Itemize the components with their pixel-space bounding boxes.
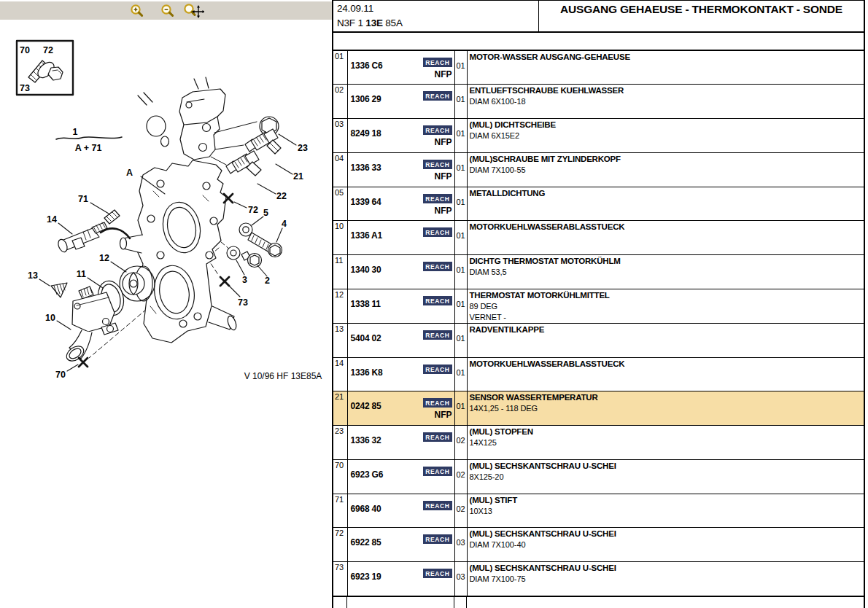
reach-badge[interactable]: REACH (423, 160, 452, 169)
part-row-02[interactable]: 021306 29REACH01ENTLUEFTSCHRAUBE KUEHLWA… (333, 85, 864, 119)
row-qty: 01 (454, 187, 467, 221)
row-ref: 72 (333, 528, 347, 562)
part-row-10[interactable]: 101336 A1REACH01MOTORKUEHLWASSERABLASSTU… (333, 221, 864, 255)
part-number: 5404 02 (351, 333, 381, 343)
row-part-cell: 1306 29REACH (347, 85, 454, 119)
row-qty: 01 (454, 152, 467, 187)
part-row-14[interactable]: 141336 K8REACH01MOTORKUEHLWASSERABLASSTU… (333, 357, 864, 391)
header-date: 24.09.11 (337, 1, 538, 16)
reach-badge[interactable]: REACH (423, 330, 452, 340)
row-ref: 73 (333, 562, 347, 596)
zoom-pan-icon[interactable] (182, 2, 204, 19)
part-row-04[interactable]: 041336 33REACHNFP01(MUL)SCHRAUBE MIT ZYL… (333, 152, 864, 187)
description-detail: DIAM 7X100-55 (470, 165, 864, 176)
callout-10: 10 (45, 313, 55, 323)
row-description: MOTOR-WASSER AUSGANG-GEHAEUSE (467, 50, 864, 85)
callout-13: 13 (28, 270, 38, 281)
callout-22: 22 (276, 191, 287, 201)
reach-badge[interactable]: REACH (423, 194, 452, 203)
header-code: N3F 1 13E 85A (337, 16, 538, 31)
description-title: (MUL) SECHSKANTSCHRAU U-SCHEI (470, 529, 864, 539)
row-description: RADVENTILKAPPE (467, 323, 864, 357)
reach-badge[interactable]: REACH (423, 365, 452, 374)
row-part-cell: 1336 33REACHNFP (347, 152, 454, 187)
reach-badge[interactable]: REACH (423, 432, 452, 442)
part-row-01[interactable]: 011336 C6REACHNFP01MOTOR-WASSER AUSGANG-… (333, 50, 864, 85)
reach-badge[interactable]: REACH (423, 534, 452, 544)
part-number: 1336 K8 (351, 367, 383, 378)
description-detail: 89 DEG (470, 301, 864, 312)
description-detail: VERNET - (470, 312, 864, 323)
row-qty: 02 (454, 494, 467, 528)
reach-badge[interactable]: REACH (423, 125, 452, 135)
part-number: 6968 40 (351, 504, 381, 514)
row-description: (MUL) DICHTSCHEIBEDIAM 6X15E2 (467, 119, 864, 153)
parts-table-body: 011336 C6REACHNFP01MOTOR-WASSER AUSGANG-… (333, 50, 864, 596)
reach-badge[interactable]: REACH (423, 296, 452, 305)
row-ref: 02 (333, 85, 347, 119)
reach-badge[interactable]: REACH (423, 262, 452, 271)
part-row-70[interactable]: 706923 G6REACH02(MUL) SECHSKANTSCHRAU U-… (333, 459, 864, 494)
reach-badge[interactable]: REACH (423, 91, 452, 101)
reach-badge[interactable]: REACH (423, 467, 452, 476)
row-description: SENSOR WASSERTEMPERATUR14X1,25 - 118 DEG (467, 391, 864, 426)
part-number: 0242 85 (351, 401, 381, 411)
part-row-73[interactable]: 736923 19REACH03(MUL) SECHSKANTSCHRAU U-… (333, 562, 864, 596)
part-row-21[interactable]: 210242 85REACHNFP01SENSOR WASSERTEMPERAT… (333, 391, 864, 426)
row-qty: 02 (454, 426, 467, 460)
part-number: 6923 G6 (351, 469, 384, 480)
row-ref: 23 (333, 426, 347, 460)
row-description: THERMOSTAT MOTORKÜHLMITTEL89 DEGVERNET - (467, 289, 864, 323)
part-row-71[interactable]: 716968 40REACH02(MUL) STIFT10X13 (333, 494, 864, 528)
part-row-13[interactable]: 135404 02REACH01RADVENTILKAPPE (333, 323, 864, 357)
description-detail: DIAM 6X15E2 (470, 130, 864, 141)
row-qty: 01 (454, 323, 467, 357)
row-part-cell: 1336 K8REACH (347, 357, 454, 391)
row-part-cell: 8249 18REACHNFP (347, 119, 454, 153)
row-part-cell: 5404 02REACH (347, 323, 454, 357)
row-qty: 01 (454, 289, 467, 323)
part-row-23[interactable]: 231336 32REACH02(MUL) STOPFEN14X125 (333, 426, 864, 460)
description-detail: DIAM 7X100-75 (470, 574, 864, 585)
row-ref: 71 (333, 494, 347, 528)
part-row-11[interactable]: 111340 30REACH01DICHTG THERMOSTAT MOTORK… (333, 255, 864, 289)
row-qty: 01 (454, 50, 467, 85)
description-detail: 14X125 (470, 437, 864, 448)
callout-12: 12 (99, 253, 109, 263)
part-row-05[interactable]: 051339 64REACHNFP01METALLDICHTUNG (333, 187, 864, 221)
reach-badge[interactable]: REACH (423, 58, 452, 67)
zoom-in-icon[interactable] (128, 2, 147, 19)
row-description: DICHTG THERMOSTAT MOTORKÜHLMDIAM 53,5 (467, 255, 864, 289)
description-title: (MUL) STOPFEN (470, 426, 864, 437)
row-ref: 70 (333, 459, 347, 494)
part-number: 1340 30 (351, 265, 381, 275)
callout-4: 4 (282, 219, 287, 229)
part-row-12[interactable]: 121338 11REACH01THERMOSTAT MOTORKÜHLMITT… (333, 289, 864, 323)
part-row-72[interactable]: 726922 85REACH03(MUL) SECHSKANTSCHRAU U-… (333, 528, 864, 562)
callout-71: 71 (78, 194, 88, 204)
part-number: 6922 85 (351, 537, 381, 547)
row-qty: 03 (454, 528, 467, 562)
callout-11: 11 (77, 269, 86, 279)
row-description: MOTORKUEHLWASSERABLASSTUECK (467, 221, 864, 255)
callout-72: 72 (248, 205, 258, 215)
zoom-toolbar (0, 1, 333, 20)
reach-badge[interactable]: REACH (423, 501, 452, 510)
zoom-out-icon[interactable] (159, 2, 178, 19)
callout-14: 14 (47, 214, 57, 225)
description-detail: DIAM 6X100-18 (470, 96, 864, 107)
part-number: 6923 19 (351, 572, 381, 582)
nfp-label: NFP (435, 171, 452, 182)
row-description: ENTLUEFTSCHRAUBE KUEHLWASSERDIAM 6X100-1… (467, 85, 864, 119)
reach-badge[interactable]: REACH (423, 398, 452, 408)
fraction-denominator: A + 71 (75, 143, 102, 153)
part-number: 1336 A1 (351, 230, 383, 241)
row-part-cell: 6968 40REACH (347, 494, 454, 528)
row-part-cell: 1336 A1REACH (347, 221, 454, 255)
reach-badge[interactable]: REACH (423, 569, 452, 578)
row-qty: 01 (454, 119, 467, 153)
header-meta: 24.09.11 N3F 1 13E 85A (333, 1, 539, 31)
part-row-03[interactable]: 038249 18REACHNFP01(MUL) DICHTSCHEIBEDIA… (333, 119, 864, 153)
reach-badge[interactable]: REACH (423, 227, 452, 237)
part-number: 1336 C6 (351, 61, 383, 71)
